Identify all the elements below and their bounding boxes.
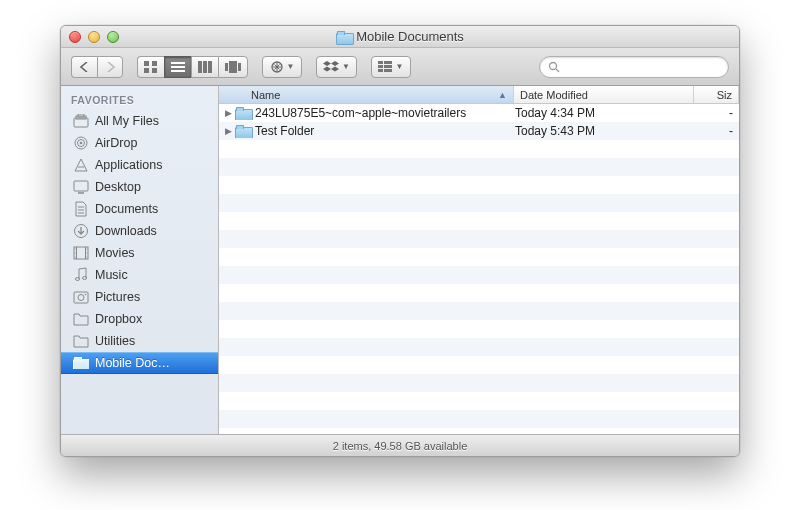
svg-rect-16 [378, 69, 383, 72]
svg-rect-29 [74, 181, 88, 191]
sidebar-item-label: Applications [95, 158, 162, 172]
sidebar-item-label: Music [95, 268, 128, 282]
airdrop-icon [73, 135, 89, 151]
svg-rect-46 [74, 292, 88, 303]
column-date-modified[interactable]: Date Modified [514, 86, 694, 103]
disclosure-triangle-icon[interactable]: ▶ [219, 126, 233, 136]
file-row[interactable]: ▶ Test Folder Today 5:43 PM - [219, 122, 739, 140]
svg-point-48 [85, 293, 87, 295]
sidebar-item-label: Desktop [95, 180, 141, 194]
sidebar-item-all-my-files[interactable]: All My Files [61, 110, 218, 132]
traffic-lights [69, 31, 119, 43]
sidebar-item-label: Movies [95, 246, 135, 260]
svg-rect-8 [203, 61, 207, 73]
all-my-files-icon [73, 113, 89, 129]
svg-rect-14 [378, 61, 383, 64]
sidebar-item-dropbox[interactable]: Dropbox [61, 308, 218, 330]
svg-point-39 [75, 253, 76, 254]
svg-rect-19 [384, 69, 392, 72]
file-row[interactable]: ▶ 243LU875E5~com~apple~movietrailers Tod… [219, 104, 739, 122]
svg-rect-1 [152, 61, 157, 66]
pictures-icon [73, 289, 89, 305]
sidebar-item-label: Utilities [95, 334, 135, 348]
window-title: Mobile Documents [61, 29, 739, 44]
applications-icon [73, 157, 89, 173]
desktop-icon [73, 179, 89, 195]
downloads-icon [73, 223, 89, 239]
sidebar-item-documents[interactable]: Documents [61, 198, 218, 220]
svg-rect-17 [384, 61, 392, 64]
sidebar-item-label: Mobile Doc… [95, 356, 170, 370]
search-icon [548, 61, 560, 73]
sidebar-header: FAVORITES [61, 90, 218, 110]
nav-group [71, 56, 123, 78]
sort-indicator-icon: ▲ [498, 90, 507, 100]
sidebar-item-label: All My Files [95, 114, 159, 128]
column-size[interactable]: Siz [694, 86, 739, 103]
sidebar-item-movies[interactable]: Movies [61, 242, 218, 264]
status-bar: 2 items, 49.58 GB available [61, 434, 739, 456]
sidebar-item-label: Dropbox [95, 312, 142, 326]
sidebar-item-desktop[interactable]: Desktop [61, 176, 218, 198]
svg-line-21 [556, 69, 559, 72]
list-view-button[interactable] [164, 56, 191, 78]
icon-view-button[interactable] [137, 56, 164, 78]
arrange-button[interactable]: ▼ [371, 56, 411, 78]
dropbox-group: ▼ [316, 56, 357, 78]
sidebar-item-mobile-documents[interactable]: Mobile Doc… [61, 352, 218, 374]
file-name: Test Folder [255, 124, 314, 138]
view-group [137, 56, 248, 78]
svg-point-38 [75, 249, 76, 250]
column-view-button[interactable] [191, 56, 218, 78]
svg-point-43 [86, 257, 87, 258]
zoom-button[interactable] [107, 31, 119, 43]
sidebar-item-applications[interactable]: Applications [61, 154, 218, 176]
title-bar[interactable]: Mobile Documents [61, 26, 739, 48]
sidebar-item-label: Pictures [95, 290, 140, 304]
folder-icon [73, 311, 89, 327]
disclosure-triangle-icon[interactable]: ▶ [219, 108, 233, 118]
minimize-button[interactable] [88, 31, 100, 43]
sidebar-item-music[interactable]: Music [61, 264, 218, 286]
toolbar: ▼ ▼ ▼ [61, 48, 739, 86]
dropbox-button[interactable]: ▼ [316, 56, 357, 78]
folder-icon [73, 333, 89, 349]
svg-rect-18 [384, 65, 392, 68]
sidebar-item-airdrop[interactable]: AirDrop [61, 132, 218, 154]
status-text: 2 items, 49.58 GB available [333, 440, 468, 452]
svg-rect-15 [378, 65, 383, 68]
file-date-modified: Today 5:43 PM [509, 124, 689, 138]
music-icon [73, 267, 89, 283]
close-button[interactable] [69, 31, 81, 43]
file-list[interactable]: ▶ 243LU875E5~com~apple~movietrailers Tod… [219, 104, 739, 434]
folder-icon [235, 107, 251, 119]
back-button[interactable] [71, 56, 97, 78]
sidebar-item-label: Documents [95, 202, 158, 216]
coverflow-view-button[interactable] [218, 56, 248, 78]
forward-button[interactable] [97, 56, 123, 78]
file-size: - [689, 106, 739, 120]
search-field[interactable] [539, 56, 729, 78]
action-menu-button[interactable]: ▼ [262, 56, 302, 78]
svg-point-41 [86, 249, 87, 250]
svg-rect-5 [171, 66, 185, 68]
svg-rect-4 [171, 62, 185, 64]
documents-icon [73, 201, 89, 217]
svg-rect-7 [198, 61, 202, 73]
column-name[interactable]: Name ▲ [219, 86, 514, 103]
svg-point-42 [86, 253, 87, 254]
svg-rect-11 [229, 61, 237, 73]
file-size: - [689, 124, 739, 138]
file-name: 243LU875E5~com~apple~movietrailers [255, 106, 466, 120]
svg-rect-0 [144, 61, 149, 66]
sidebar: FAVORITES All My Files AirDrop Applicati… [61, 86, 219, 434]
search-input[interactable] [564, 60, 720, 74]
sidebar-item-pictures[interactable]: Pictures [61, 286, 218, 308]
sidebar-item-utilities[interactable]: Utilities [61, 330, 218, 352]
movies-icon [73, 245, 89, 261]
folder-icon [73, 355, 89, 371]
folder-icon [235, 125, 251, 137]
svg-point-20 [550, 62, 557, 69]
finder-window: Mobile Documents [60, 25, 740, 457]
sidebar-item-downloads[interactable]: Downloads [61, 220, 218, 242]
